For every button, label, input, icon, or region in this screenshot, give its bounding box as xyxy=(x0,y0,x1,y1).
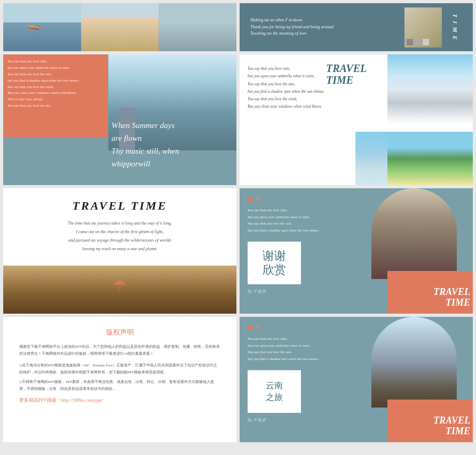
orange-poem-2a: You say that you love rain, but you open… xyxy=(7,59,104,109)
copyright-link[interactable]: 更多精品PPT模板：http://588ku.com/ppt/ xyxy=(19,397,220,404)
by-text-4b: By 千海岸 xyxy=(248,417,349,423)
dot-gray-3b xyxy=(255,196,260,202)
color-dots-3b xyxy=(248,196,349,202)
poem-text-1b: Making me as when I' m down Thank you fo… xyxy=(244,13,404,42)
p4b-line-2: You say that you love the sun, xyxy=(248,349,349,356)
slide-4b: You say that you love rain, but you open… xyxy=(240,317,473,442)
op-line-6: This is why I am afraid. xyxy=(7,97,104,103)
trees-photo-2b xyxy=(387,132,473,185)
bp-line-1: are flown xyxy=(112,132,179,145)
arch-photo-4b xyxy=(371,317,457,408)
copyright-item-1: 1.此千海河出售的PPT模板是免版权商（RF：Royalty-Free）正版资产… xyxy=(19,362,220,376)
rock-image xyxy=(158,3,236,51)
p4b-line-0: You say that you love rain, xyxy=(248,336,349,342)
p3b-line-2: You say that you love the sun, xyxy=(248,220,349,227)
slide-2b: You say that you love rain, but you open… xyxy=(240,54,473,185)
umbrella-photo-3a xyxy=(3,266,236,314)
poem-line-1: Making me as when I' m down xyxy=(250,17,398,24)
slide-3a: TRAVEL TIME The time that my journey tak… xyxy=(3,188,236,314)
chinese-box-3b: 谢谢欣赏 xyxy=(248,242,301,284)
lp-line-4: You say that you love the wind, xyxy=(248,95,347,103)
op-line-7: You say that you love me too. xyxy=(7,103,104,109)
p3a-line-2: and pursued my voyage through the wilder… xyxy=(68,236,172,245)
bp-line-2: Thy music still, when xyxy=(112,145,179,157)
bp-line-3: whipporwill xyxy=(112,157,179,170)
slide-3b: You say that you love rain, but you open… xyxy=(240,188,473,314)
by-text-3b: By 千海岸 xyxy=(248,289,349,294)
item-1-text: 此千海河出售的PPT模板是免版权商（RF：Royalty-Free）正版资产，它… xyxy=(19,363,217,374)
chinese-box-4b: 云南之旅 xyxy=(248,370,301,413)
poem-3a: The time that my journey takes is long a… xyxy=(68,219,172,253)
travel-time-label-1b: T I M E xyxy=(442,7,469,47)
left-content-3b: You say that you love rain, but you open… xyxy=(240,188,357,314)
op-line-4: You say that you love the wind, xyxy=(7,84,104,91)
image-strip-1 xyxy=(3,3,236,51)
color-boxes xyxy=(407,39,429,45)
slide-2a: You say that you love rain, but you open… xyxy=(3,54,236,185)
op-line-2: You say that you love the sun, xyxy=(7,71,104,78)
p4b-line-3: but you find a shadow sort when the sun … xyxy=(248,356,349,363)
photo-right-1b: T I M E xyxy=(404,7,469,47)
poem-3b: You say that you love rain, but you open… xyxy=(248,207,349,234)
copyright-item-2: 2.不得将千海网的PPT模板，PPT素材，本身用于商业拍售、成某合色，出售、转让… xyxy=(19,379,220,392)
left-content-4b: You say that you love rain, but you open… xyxy=(240,317,357,442)
dock-image xyxy=(81,3,159,51)
p3a-line-1: I came out on the chariot of the first g… xyxy=(68,228,172,236)
color-box-1 xyxy=(407,39,413,45)
copyright-title: 版权声明 xyxy=(19,328,220,337)
item-2-text: 不得将千海网的PPT模板，PPT素材，本身用于商业拍售、成某合色，出售、转让、分… xyxy=(19,380,214,391)
chinese-chars-4b: 云南之旅 xyxy=(266,380,283,404)
travel-time-3b: TRAVELTIME xyxy=(433,287,470,308)
dot-orange-4b xyxy=(248,325,253,330)
p3b-line-3: but you find a shadow spot when the sun … xyxy=(248,227,349,234)
poem-4b: You say that you love rain, but you open… xyxy=(248,336,349,362)
op-line-1: but you open your umbrella when it rains… xyxy=(7,65,104,71)
dot-gray-4b xyxy=(255,325,260,330)
slide-4a: 版权声明 感谢您下载千海网络平台上提供的PPT作品，为了您和他人的利益以及原创作… xyxy=(3,317,236,442)
chinese-chars-3b: 谢谢欣赏 xyxy=(263,249,286,277)
slide-1a xyxy=(3,3,236,51)
poem-line-2: Thank you for being my friend and being … xyxy=(250,24,398,31)
p3a-line-3: leaving my track on many a star and plan… xyxy=(68,245,172,253)
lp-line-5: But you close your windows when wind blo… xyxy=(248,103,347,110)
op-line-5: But you close your windows when wind blo… xyxy=(7,90,104,97)
poem-line-3: Teaching me the meaning of love xyxy=(250,30,398,37)
color-box-3 xyxy=(423,39,429,45)
slide-grid: Making me as when I' m down Thank you fo… xyxy=(0,0,476,445)
travel-time-4b: TRAVELTIME xyxy=(433,416,470,437)
color-box-2 xyxy=(415,39,421,45)
lp-line-3: but you find a shadow spot when the sun … xyxy=(248,88,347,95)
dot-orange-3b xyxy=(248,196,253,202)
right-content-4b: TRAVELTIME xyxy=(355,317,473,442)
mountain-photo-2b xyxy=(387,54,473,124)
slide-1b: Making me as when I' m down Thank you fo… xyxy=(240,3,473,51)
bottom-poem-2a: When Summer days are flown Thy music sti… xyxy=(107,115,184,174)
bp-line-0: When Summer days xyxy=(112,119,179,132)
arch-photo-3b xyxy=(371,188,457,279)
boat-image xyxy=(3,3,81,51)
color-dots-4b xyxy=(248,325,349,330)
op-line-3: but you find a shadow spot when the sun … xyxy=(7,78,104,84)
travel-label-2b: TRAVELTIME xyxy=(326,62,385,86)
p3b-line-0: You say that you love rain, xyxy=(248,207,349,214)
right-section-2b: TRAVELTIME xyxy=(355,54,473,185)
op-line-0: You say that you love rain, xyxy=(7,59,104,65)
p4b-line-1: but you open your umbrella when it rains… xyxy=(248,342,349,349)
copyright-intro: 感谢您下载千海网络平台上提供的PPT作品，为了您和他人的利益以及原创作者的权益，… xyxy=(19,344,220,357)
p3a-line-0: The time that my journey takes is long a… xyxy=(68,219,172,228)
main-title-3a: TRAVEL TIME xyxy=(73,199,168,213)
right-content-3b: TRAVELTIME xyxy=(355,188,473,314)
p3b-line-1: but you open your umbrella when it rains… xyxy=(248,214,349,221)
